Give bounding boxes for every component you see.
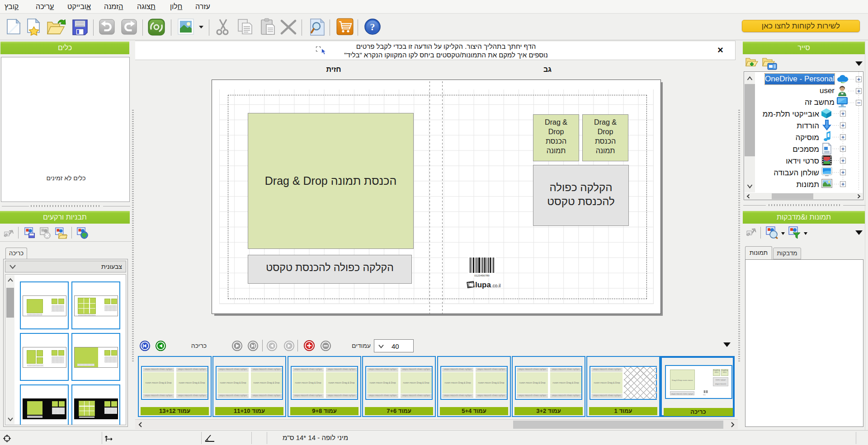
svg-text:.co.il: .co.il <box>491 283 501 288</box>
svg-text:lupa: lupa <box>475 281 491 289</box>
svg-text:?: ? <box>370 21 375 33</box>
svg-text:0123456789: 0123456789 <box>474 274 490 277</box>
